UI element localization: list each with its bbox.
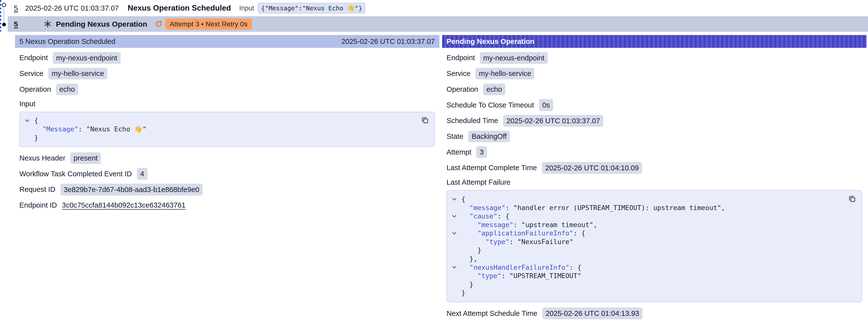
fold-chevron-down-icon[interactable] xyxy=(447,216,461,217)
code-line: } xyxy=(20,134,429,142)
code-text: "nexusHandlerFailureInfo": { xyxy=(461,263,581,272)
spark-asterisk-icon xyxy=(44,20,51,28)
field-label: Endpoint ID xyxy=(20,201,57,209)
pending-operation-panel: Pending Nexus Operation Endpoint my-nexu… xyxy=(442,35,867,321)
timeline-gutter xyxy=(0,0,8,32)
code-line: { xyxy=(20,117,429,125)
code-text: } xyxy=(461,246,482,255)
code-line: "message": "handler error (UPSTREAM_TIME… xyxy=(447,204,856,212)
pending-operation-header-title: Pending Nexus Operation xyxy=(446,37,534,45)
copy-icon[interactable] xyxy=(847,194,857,204)
field-label: State xyxy=(446,132,463,140)
code-line: "cause": { xyxy=(447,212,856,221)
field-label: Request ID xyxy=(20,185,56,194)
field-label: Scheduled Time xyxy=(446,117,498,125)
event-id-link[interactable]: 5 xyxy=(14,4,18,12)
retry-attempt-badge: Attempt 3 • Next Retry 0s xyxy=(165,19,252,30)
code-line: "message": "upstream timeout", xyxy=(447,221,856,229)
pending-nexus-operation-row[interactable]: 5 Pending Nexus Operation Attempt 3 • Ne… xyxy=(8,16,868,32)
state-badge: BackingOff xyxy=(468,131,510,142)
code-text: { xyxy=(461,195,465,204)
field-label: Service xyxy=(446,69,470,78)
event-id-link[interactable]: 5 xyxy=(14,20,18,28)
field-value-badge: 3 xyxy=(476,146,487,158)
code-line: } xyxy=(447,289,856,297)
fold-chevron-down-icon[interactable] xyxy=(447,267,461,268)
field-label: Endpoint xyxy=(20,54,48,62)
input-preview-chip: {"Message":"Nexus Echo 👋"} xyxy=(258,3,365,13)
field-next-attempt-schedule-time: Next Attempt Schedule Time 2025-02-26 UT… xyxy=(442,305,867,321)
code-text: "type": "UPSTREAM_TIMEOUT" xyxy=(461,272,581,280)
field-value-badge: 2025-02-26 UTC 01:04:10.09 xyxy=(542,162,642,174)
event-rows: 5 2025-02-26 UTC 01:03:37.07 Nexus Opera… xyxy=(8,0,868,32)
code-text: "cause": { xyxy=(461,212,509,221)
event-detail-panel: 5 Nexus Operation Scheduled 2025-02-26 U… xyxy=(15,35,439,213)
field-endpoint: Endpoint my-nexus-endpoint xyxy=(442,50,867,66)
fold-chevron-down-icon[interactable] xyxy=(447,199,461,200)
field-operation: Operation echo xyxy=(442,82,867,97)
field-label: Last Attempt Complete Time xyxy=(446,164,537,172)
field-value-badge: echo xyxy=(56,84,78,95)
code-text: } xyxy=(461,289,465,297)
detail-area: 5 Nexus Operation Scheduled 2025-02-26 U… xyxy=(15,35,867,321)
code-text: "message": "upstream timeout", xyxy=(461,221,597,229)
field-label: Service xyxy=(20,69,43,78)
field-value-badge: 2025-02-26 UTC 01:04:13.93 xyxy=(542,308,643,319)
code-text: } xyxy=(461,280,473,289)
field-workflow-task-completed-event-id: Workflow Task Completed Event ID 4 xyxy=(15,166,439,182)
input-code-block: { "Message": "Nexus Echo 👋"} xyxy=(20,112,435,147)
code-text: { xyxy=(34,117,38,125)
field-value-badge: my-nexus-endpoint xyxy=(53,52,121,64)
field-last-attempt-complete-time: Last Attempt Complete Time 2025-02-26 UT… xyxy=(442,160,867,176)
field-last-attempt-failure: Last Attempt Failure xyxy=(442,176,867,189)
field-value-badge: my-hello-service xyxy=(475,68,534,79)
field-label: Endpoint xyxy=(446,54,475,62)
code-text: "applicationFailureInfo": { xyxy=(461,229,585,238)
event-detail-header: 5 Nexus Operation Scheduled 2025-02-26 U… xyxy=(15,35,439,48)
field-schedule-to-close-timeout: Schedule To Close Timeout 0s xyxy=(442,97,867,113)
field-attempt: Attempt 3 xyxy=(442,144,867,160)
field-nexus-header: Nexus Header present xyxy=(15,151,439,166)
field-value-badge: echo xyxy=(483,84,505,95)
field-label: Schedule To Close Timeout xyxy=(446,101,534,109)
failure-code-block: { "message": "handler error (UPSTREAM_TI… xyxy=(446,190,862,302)
code-line: "type": "UPSTREAM_TIMEOUT" xyxy=(447,272,856,280)
code-line: "nexusHandlerFailureInfo": { xyxy=(447,263,856,272)
field-value-badge: 0s xyxy=(539,99,553,111)
code-line: "type": "NexusFailure" xyxy=(447,238,856,246)
endpoint-id-link[interactable]: 3c0c75ccfa8144b092c13ce632463761 xyxy=(62,201,186,209)
field-endpoint-id: Endpoint ID 3c0c75ccfa8144b092c13ce63246… xyxy=(15,197,439,213)
field-value-badge: 3e829b7e-7d67-4b08-aad3-b1e868bfe9e0 xyxy=(60,184,203,195)
code-line: "Message": "Nexus Echo 👋" xyxy=(20,125,429,134)
code-line: } xyxy=(447,280,856,289)
field-label: Next Attempt Schedule Time xyxy=(446,310,537,318)
field-label: Input xyxy=(20,100,35,108)
field-value-badge: 4 xyxy=(137,168,148,180)
event-timestamp: 2025-02-26 UTC 01:03:37.07 xyxy=(25,4,128,12)
code-text: "Message": "Nexus Echo 👋" xyxy=(34,125,147,134)
code-text: "type": "NexusFailure" xyxy=(461,238,574,246)
field-request-id: Request ID 3e829b7e-7d67-4b08-aad3-b1e86… xyxy=(15,182,439,197)
field-scheduled-time: Scheduled Time 2025-02-26 UTC 01:03:37.0… xyxy=(442,113,867,129)
code-line: } xyxy=(447,246,856,255)
field-value-badge: my-hello-service xyxy=(49,68,107,79)
event-detail-header-time: 2025-02-26 UTC 01:03:37.07 xyxy=(341,37,435,45)
field-service: Service my-hello-service xyxy=(442,66,867,82)
fold-chevron-down-icon[interactable] xyxy=(447,233,461,234)
field-label: Nexus Header xyxy=(20,154,65,162)
field-label: Attempt xyxy=(446,148,471,156)
field-input: Input xyxy=(15,97,439,110)
field-label: Workflow Task Completed Event ID xyxy=(20,170,132,178)
field-operation: Operation echo xyxy=(15,82,439,97)
timeline-connector xyxy=(3,9,4,22)
event-detail-body: Endpoint my-nexus-endpoint Service my-he… xyxy=(15,48,439,213)
event-title: Nexus Operation Scheduled xyxy=(128,4,231,12)
fold-chevron-down-icon[interactable] xyxy=(20,120,34,122)
field-service: Service my-hello-service xyxy=(15,66,439,82)
timeline-dot-icon xyxy=(2,23,6,26)
refresh-icon xyxy=(155,20,162,28)
code-line: }, xyxy=(447,255,856,263)
copy-icon[interactable] xyxy=(420,116,430,125)
code-text: "message": "handler error (UPSTREAM_TIME… xyxy=(461,204,725,212)
event-row-nexus-operation-scheduled[interactable]: 5 2025-02-26 UTC 01:03:37.07 Nexus Opera… xyxy=(8,0,868,16)
